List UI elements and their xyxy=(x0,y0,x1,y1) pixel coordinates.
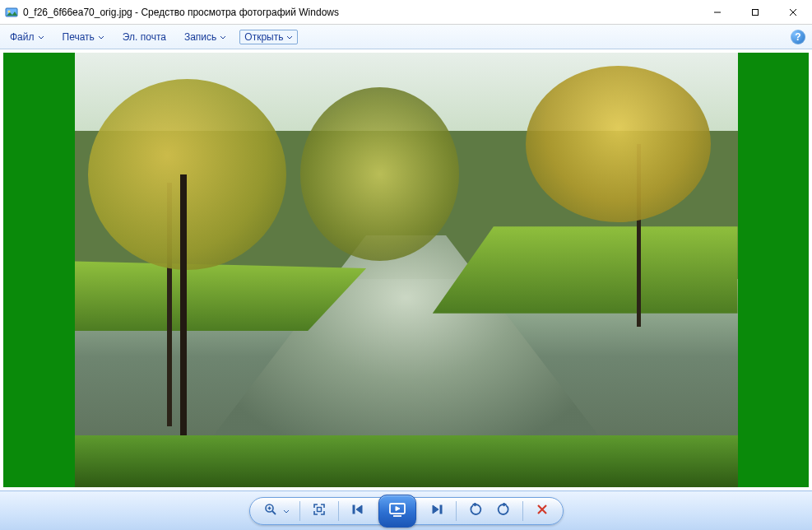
menu-print-label: Печать xyxy=(63,31,95,43)
maximize-button[interactable] xyxy=(736,0,774,24)
slideshow-icon xyxy=(388,502,406,519)
menu-burn-label: Запись xyxy=(184,31,216,43)
next-icon xyxy=(431,504,443,518)
chevron-down-icon[interactable] xyxy=(283,505,290,517)
chevron-down-icon xyxy=(220,31,226,43)
help-button[interactable]: ? xyxy=(791,30,805,44)
image-stage xyxy=(0,49,812,490)
menu-email[interactable]: Эл. почта xyxy=(118,30,171,44)
close-button[interactable] xyxy=(774,0,812,24)
app-icon xyxy=(5,6,18,19)
menu-open-label: Открыть xyxy=(244,31,283,43)
previous-icon xyxy=(352,504,364,518)
separator xyxy=(522,501,523,521)
menu-bar: Файл Печать Эл. почта Запись Открыть ? xyxy=(0,25,812,49)
rotate-cw-icon xyxy=(497,503,510,518)
chevron-down-icon xyxy=(98,31,104,43)
menu-open[interactable]: Открыть xyxy=(239,30,298,44)
svg-rect-2 xyxy=(753,9,759,15)
menu-file-label: Файл xyxy=(10,31,35,43)
separator xyxy=(456,501,457,521)
control-pill xyxy=(249,497,564,525)
menu-burn[interactable]: Запись xyxy=(179,30,231,44)
rotate-cw-button[interactable] xyxy=(494,502,513,520)
fit-to-window-button[interactable] xyxy=(310,502,328,520)
rotate-ccw-icon xyxy=(469,503,482,518)
window-titlebar: 0_f26_6f66ea70_orig.jpg - Средство просм… xyxy=(0,0,812,25)
minimize-button[interactable] xyxy=(698,0,736,24)
image-letterbox xyxy=(3,53,809,487)
rotate-ccw-button[interactable] xyxy=(466,502,485,520)
delete-button[interactable] xyxy=(533,502,551,520)
next-button[interactable] xyxy=(428,502,446,520)
svg-rect-5 xyxy=(353,505,355,514)
window-controls xyxy=(698,0,812,24)
magnifier-icon xyxy=(264,503,277,518)
chevron-down-icon xyxy=(286,31,293,43)
displayed-photo[interactable] xyxy=(75,53,738,487)
fit-icon xyxy=(313,503,326,518)
slideshow-button[interactable] xyxy=(378,495,416,528)
delete-icon xyxy=(536,504,548,518)
bottom-toolbar xyxy=(0,490,812,530)
svg-rect-4 xyxy=(317,508,321,512)
separator xyxy=(299,501,300,521)
window-title: 0_f26_6f66ea70_orig.jpg - Средство просм… xyxy=(23,7,339,18)
help-icon-symbol: ? xyxy=(795,31,800,43)
menu-print[interactable]: Печать xyxy=(58,30,109,44)
chevron-down-icon xyxy=(38,31,44,43)
zoom-button[interactable] xyxy=(262,502,280,520)
menu-file[interactable]: Файл xyxy=(5,30,49,44)
svg-rect-7 xyxy=(440,505,442,514)
separator xyxy=(338,501,339,521)
menu-email-label: Эл. почта xyxy=(123,31,166,43)
previous-button[interactable] xyxy=(349,502,367,520)
